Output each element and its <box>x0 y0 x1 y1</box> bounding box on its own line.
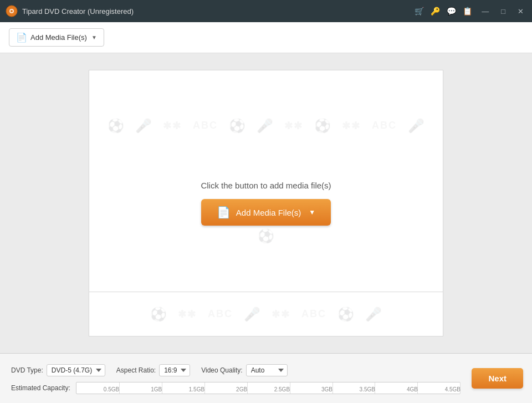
capacity-tick-8: 4GB <box>417 382 418 394</box>
key-icon[interactable]: 🔑 <box>431 7 440 16</box>
capacity-tick-1: 0.5GB <box>119 382 120 394</box>
bubble-icon[interactable]: 💬 <box>447 7 456 16</box>
capacity-tick-label-8: 4GB <box>407 386 418 392</box>
cart-icon[interactable]: 🛒 <box>415 7 424 16</box>
bottom-controls: DVD Type: DVD-5 (4.7G) DVD-9 (8.5G) Aspe… <box>0 360 532 397</box>
capacity-tick-9: 4.5GB <box>460 382 461 394</box>
minimize-button[interactable]: — <box>479 6 492 17</box>
capacity-tick-3: 1.5GB <box>204 382 205 394</box>
capacity-tick-label-9: 4.5GB <box>445 386 461 392</box>
left-controls: DVD Type: DVD-5 (4.7G) DVD-9 (8.5G) Aspe… <box>0 360 472 397</box>
center-prompt: Click the button to add media file(s) 📄 … <box>201 181 331 226</box>
title-bar-right: 🛒 🔑 💬 📋 — □ ✕ <box>415 6 526 17</box>
title-bar: Tipard DVD Creator (Unregistered) 🛒 🔑 💬 … <box>0 0 532 22</box>
capacity-row: Estimated Capacity: 0.5GB 1GB 1.5GB 2GB <box>0 381 472 397</box>
toolbar-dropdown-arrow-icon: ▼ <box>91 34 97 40</box>
app-logo-icon <box>6 5 18 17</box>
next-button[interactable]: Next <box>472 368 523 389</box>
dvd-type-label: DVD Type: <box>11 366 43 374</box>
bottom-bar: DVD Type: DVD-5 (4.7G) DVD-9 (8.5G) Aspe… <box>0 353 532 403</box>
toolbar: 📄 Add Media File(s) ▼ <box>0 22 532 53</box>
capacity-tick-6: 3GB <box>332 382 333 394</box>
add-media-main-dropdown-icon: ▼ <box>309 208 315 216</box>
prompt-text: Click the button to add media file(s) <box>201 181 331 190</box>
close-button[interactable]: ✕ <box>515 6 526 17</box>
add-media-main-icon: 📄 <box>217 206 231 219</box>
capacity-tick-label-5: 2.5GB <box>274 386 290 392</box>
video-quality-select[interactable]: Auto High Medium Low <box>246 364 288 376</box>
svg-point-2 <box>11 10 13 12</box>
add-media-toolbar-label: Add Media File(s) <box>30 33 87 42</box>
capacity-tick-5: 2.5GB <box>290 382 290 394</box>
capacity-tick-2: 1GB <box>162 382 162 394</box>
capacity-tick-7: 3.5GB <box>375 382 375 394</box>
main-content: ⚽ 🎤 ✱✱ ABC ⚽ 🎤 ✱✱ ⚽ ✱✱ ABC 🎤 ⚽ ⚽ ✱✱ ABC … <box>0 53 532 353</box>
dvd-type-select[interactable]: DVD-5 (4.7G) DVD-9 (8.5G) <box>47 364 105 376</box>
capacity-tick-label-4: 2GB <box>236 386 247 392</box>
add-media-toolbar-button[interactable]: 📄 Add Media File(s) ▼ <box>9 28 104 47</box>
controls-row: DVD Type: DVD-5 (4.7G) DVD-9 (8.5G) Aspe… <box>0 360 472 381</box>
title-bar-left: Tipard DVD Creator (Unregistered) <box>6 5 134 17</box>
add-media-main-button[interactable]: 📄 Add Media File(s) ▼ <box>201 199 331 226</box>
pattern-overlay-bottom: ⚽ ✱✱ ABC 🎤 ✱✱ ABC ⚽ 🎤 <box>89 292 443 336</box>
add-media-main-label: Add Media File(s) <box>236 208 301 217</box>
aspect-ratio-group: Aspect Ratio: 16:9 4:3 <box>116 364 190 376</box>
chat-icon[interactable]: 📋 <box>463 7 472 16</box>
capacity-bar: 0.5GB 1GB 1.5GB 2GB 2.5GB 3GB <box>76 382 461 394</box>
dvd-type-group: DVD Type: DVD-5 (4.7G) DVD-9 (8.5G) <box>11 364 105 376</box>
aspect-ratio-select[interactable]: 16:9 4:3 <box>159 364 190 376</box>
capacity-tick-4: 2GB <box>247 382 248 394</box>
capacity-tick-label-7: 3.5GB <box>360 386 375 392</box>
app-title: Tipard DVD Creator (Unregistered) <box>22 7 134 16</box>
aspect-ratio-label: Aspect Ratio: <box>116 366 156 374</box>
estimated-capacity-label: Estimated Capacity: <box>11 384 70 392</box>
capacity-tick-label-6: 3GB <box>321 386 332 392</box>
capacity-tick-label-1: 0.5GB <box>104 386 119 392</box>
capacity-tick-label-2: 1GB <box>151 386 162 392</box>
panel-bottom: ⚽ ✱✱ ABC 🎤 ✱✱ ABC ⚽ 🎤 <box>89 292 443 336</box>
video-quality-group: Video Quality: Auto High Medium Low <box>201 364 288 376</box>
maximize-button[interactable]: □ <box>498 6 508 17</box>
video-quality-label: Video Quality: <box>201 366 243 374</box>
capacity-tick-label-3: 1.5GB <box>189 386 204 392</box>
add-media-toolbar-icon: 📄 <box>16 32 27 43</box>
